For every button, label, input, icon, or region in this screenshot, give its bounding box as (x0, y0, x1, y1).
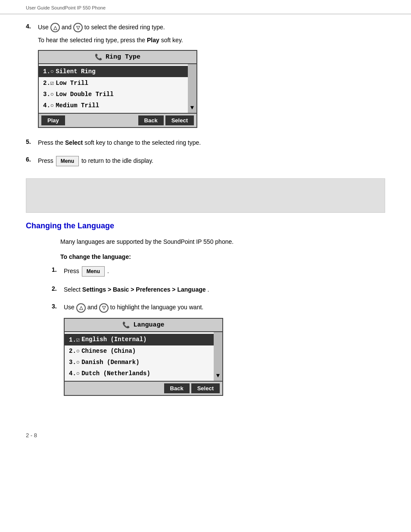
list-item: 2.☑ Low Trill (39, 77, 188, 89)
menu-key[interactable]: Menu (56, 156, 79, 166)
step-6-body: Press Menu to return to the idle display… (38, 156, 385, 170)
language-title: Language (133, 321, 164, 329)
steps-container: 1. Press Menu . 2. Select Settings > Bas… (26, 266, 385, 401)
lang-step-1-body: Press Menu . (64, 266, 385, 280)
procedure-title: To change the language: (26, 253, 385, 260)
phone-icon-2: 📞 (122, 321, 130, 329)
lang-scroll-down-arrow: ▼ (216, 372, 220, 379)
select-softkey[interactable]: Select (165, 115, 194, 125)
main-content: 4. Use △ and ▽ to select the desired rin… (0, 14, 411, 423)
lang-step-2-text: Select Settings > Basic > Preferences > … (64, 285, 385, 294)
list-item: 2.○ Chinese (China) (65, 345, 214, 357)
ring-type-list-items: 1.○ Silent Ring 2.☑ Low Trill 3.○ Low Do… (39, 64, 188, 113)
list-item: 4.○ Medium Trill (39, 100, 188, 111)
step-4-num: 4. (26, 23, 38, 133)
list-item: 3.○ Low Double Trill (39, 89, 188, 100)
lang-step-2-block: 2. Select Settings > Basic > Preferences… (52, 285, 385, 298)
language-scroll-area: 1.☑ English (Internal) 2.○ Chinese (Chin… (65, 332, 222, 381)
step-4-block: 4. Use △ and ▽ to select the desired rin… (26, 23, 385, 133)
gray-separator-box (26, 178, 385, 213)
step-5-text: Press the Select soft key to change to t… (38, 138, 385, 147)
down-arrow-icon-2: ▽ (99, 303, 109, 313)
list-item: 1.☑ English (Internal) (65, 334, 214, 345)
step-4-body: Use △ and ▽ to select the desired ring t… (38, 23, 385, 133)
page-number: 2 - 8 (26, 432, 37, 439)
back-softkey[interactable]: Back (138, 115, 164, 125)
step-5-num: 5. (26, 138, 38, 151)
lang-step-3-text: Use △ and ▽ to highlight the language yo… (64, 303, 385, 312)
list-item: 4.○ Dutch (Netherlands) (65, 368, 214, 379)
ring-type-title-bar: 📞 Ring Type (39, 51, 196, 64)
ring-type-soft-keys: Play Back Select (39, 113, 196, 127)
lang-select-softkey[interactable]: Select (191, 383, 220, 393)
section2-intro: Many languages are supported by the Soun… (26, 237, 385, 246)
lang-step-1-text: Press Menu . (64, 266, 385, 277)
page-footer: 2 - 8 (0, 423, 411, 447)
scrollbar: ▼ (188, 64, 196, 113)
ring-type-list: 1.○ Silent Ring 2.☑ Low Trill 3.○ Low Do… (39, 64, 188, 113)
phone-icon: 📞 (95, 53, 102, 61)
down-arrow-icon: ▽ (73, 23, 83, 32)
scroll-down-arrow: ▼ (190, 104, 194, 111)
list-item: 3.○ Danish (Denmark) (65, 357, 214, 368)
lang-step-1-num: 1. (52, 266, 64, 280)
lang-back-softkey[interactable]: Back (164, 383, 190, 393)
step-6-num: 6. (26, 156, 38, 170)
header-text: User Guide SoundPoint IP 550 Phone (26, 5, 106, 10)
lang-step-3-block: 3. Use △ and ▽ to highlight the language… (52, 303, 385, 401)
step-6-text: Press Menu to return to the idle display… (38, 156, 385, 166)
list-item: 1.○ Silent Ring (39, 66, 188, 77)
section2-heading: Changing the Language (26, 221, 385, 230)
play-softkey[interactable]: Play (41, 115, 65, 125)
step-6-block: 6. Press Menu to return to the idle disp… (26, 156, 385, 170)
language-scrollbar: ▼ (214, 332, 222, 381)
language-title-bar: 📞 Language (65, 319, 222, 332)
lang-step-2-num: 2. (52, 285, 64, 298)
step-5-body: Press the Select soft key to change to t… (38, 138, 385, 151)
language-list: 1.☑ English (Internal) 2.○ Chinese (Chin… (65, 332, 214, 381)
ring-type-title: Ring Type (106, 53, 140, 61)
step-5-block: 5. Press the Select soft key to change t… (26, 138, 385, 151)
menu-key-2[interactable]: Menu (82, 266, 105, 277)
language-list-items: 1.☑ English (Internal) 2.○ Chinese (Chin… (65, 332, 214, 381)
language-screen: 📞 Language 1.☑ English (Internal) (64, 318, 223, 396)
lang-step-1-block: 1. Press Menu . (52, 266, 385, 280)
up-arrow-icon: △ (50, 23, 60, 32)
lang-step-3-body: Use △ and ▽ to highlight the language yo… (64, 303, 385, 401)
ring-type-screen: 📞 Ring Type 1.○ Silent Ring 2.☑ Low Tr (38, 50, 197, 128)
lang-step-3-num: 3. (52, 303, 64, 401)
language-soft-keys: Back Select (65, 381, 222, 395)
ring-type-scroll-area: 1.○ Silent Ring 2.☑ Low Trill 3.○ Low Do… (39, 64, 196, 113)
up-arrow-icon-2: △ (76, 303, 86, 313)
step-4-subtext: To hear the selected ring type, press th… (38, 36, 385, 45)
page-header: User Guide SoundPoint IP 550 Phone (0, 0, 411, 14)
step-4-text: Use △ and ▽ to select the desired ring t… (38, 23, 385, 32)
lang-step-2-body: Select Settings > Basic > Preferences > … (64, 285, 385, 298)
